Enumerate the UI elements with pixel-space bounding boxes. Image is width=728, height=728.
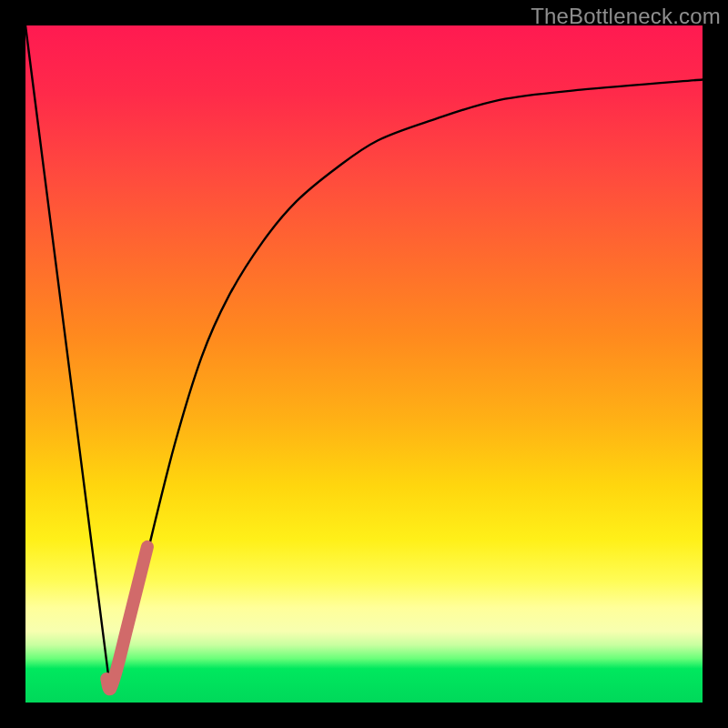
curve-group	[25, 25, 703, 689]
chart-svg	[25, 25, 703, 703]
curve-left-descent	[25, 25, 110, 689]
chart-frame: TheBottleneck.com	[0, 0, 728, 728]
highlight-segment	[106, 547, 147, 689]
curve-right-asymptote	[110, 80, 703, 690]
plot-area	[25, 25, 703, 703]
